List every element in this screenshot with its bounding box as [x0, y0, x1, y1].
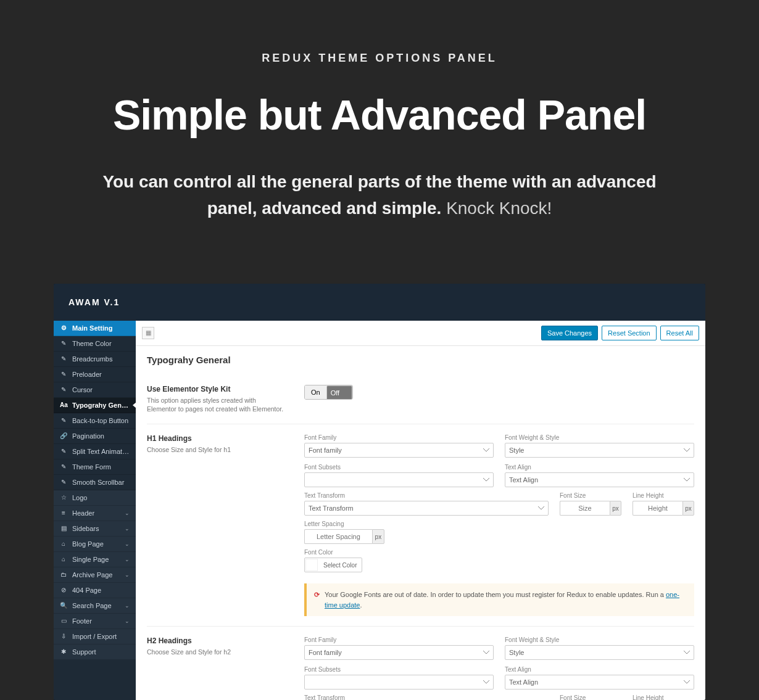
sidebar-item-icon: ▤	[60, 525, 67, 532]
sidebar-item-icon: ☆	[60, 494, 67, 501]
control-label: Font Color	[304, 549, 694, 556]
font-color-picker[interactable]: Select Color	[304, 558, 362, 572]
reset-all-button[interactable]: Reset All	[660, 326, 699, 340]
control-label: Line Height	[632, 492, 694, 499]
font-weight-select[interactable]: Style	[505, 645, 694, 660]
sidebar-item-cursor[interactable]: ✎Cursor	[54, 382, 136, 398]
sidebar-item-icon: ✎	[60, 417, 67, 424]
control-label: Text Transform	[304, 694, 549, 700]
sidebar-item-theme-color[interactable]: ✎Theme Color	[54, 336, 136, 352]
control-label: Letter Spacing	[304, 521, 694, 527]
control-label: Font Size	[560, 694, 621, 700]
chevron-down-icon: ⌄	[125, 572, 130, 578]
sidebar-item-breadcrumbs[interactable]: ✎Breadcrumbs	[54, 352, 136, 367]
sidebar-item-label: Import / Export	[72, 633, 130, 640]
field-label: H1 Headings	[147, 434, 286, 443]
field-desc: Choose Size and Style for h2	[147, 648, 286, 657]
sidebar-item-label: Single Page	[72, 556, 120, 563]
sidebar-item-label: Theme Form	[72, 463, 130, 471]
sidebar-item-search-page[interactable]: 🔍Search Page⌄	[54, 598, 136, 614]
control-label: Font Weight & Style	[505, 434, 694, 441]
sidebar-item-404-page[interactable]: ⊘404 Page	[54, 583, 136, 598]
letter-spacing-input[interactable]	[304, 529, 372, 544]
sidebar-item-icon: ✎	[60, 371, 67, 377]
sidebar-item-footer[interactable]: ▭Footer⌄	[54, 614, 136, 629]
sidebar-item-preloader[interactable]: ✎Preloader	[54, 367, 136, 382]
toggle-on[interactable]: On	[305, 385, 326, 399]
unit-label: px	[610, 501, 621, 516]
google-fonts-notice: ⟳Your Google Fonts are out of date. In o…	[304, 583, 694, 616]
font-subsets-select[interactable]	[304, 675, 494, 690]
control-label: Text Transform	[304, 492, 549, 499]
sidebar-item-label: Main Setting	[72, 324, 130, 332]
field-label: Use Elementor Style Kit	[147, 385, 286, 393]
line-height-input[interactable]	[632, 501, 682, 516]
field-label: H2 Headings	[147, 636, 286, 645]
notice-text: Your Google Fonts are out of date. In or…	[325, 591, 666, 598]
panel-title: AWAM V.1	[54, 284, 705, 321]
unit-label: px	[372, 529, 384, 544]
sidebar-item-main-setting[interactable]: ⚙Main Setting	[54, 321, 136, 336]
text-align-select[interactable]: Text Align	[505, 675, 694, 690]
font-subsets-select[interactable]	[304, 472, 494, 487]
sidebar-item-archive-page[interactable]: 🗀Archive Page⌄	[54, 567, 136, 583]
sidebar-item-label: Split Text Animation	[72, 448, 130, 455]
sidebar-item-icon: ✎	[60, 386, 67, 393]
sidebar-item-pagination[interactable]: 🔗Pagination	[54, 429, 136, 444]
sidebar-item-typograhy-general[interactable]: AaTypograhy General	[54, 398, 136, 413]
sidebar-item-label: Footer	[72, 617, 120, 625]
sidebar-item-label: Header	[72, 509, 120, 517]
font-family-select[interactable]: Font family	[304, 645, 494, 660]
chevron-down-icon: ⌄	[125, 541, 130, 547]
sidebar-item-blog-page[interactable]: ⌂Blog Page⌄	[54, 537, 136, 552]
warning-icon: ⟳	[314, 590, 320, 610]
sidebar-item-label: Typograhy General	[72, 401, 130, 409]
elementor-toggle[interactable]: On Off	[304, 385, 353, 400]
sidebar-item-theme-form[interactable]: ✎Theme Form	[54, 459, 136, 475]
field-h1-headings: H1 Headings Choose Size and Style for h1…	[147, 424, 694, 627]
sidebar-item-split-text-animation[interactable]: ✎Split Text Animation	[54, 444, 136, 459]
text-transform-select[interactable]: Text Transform	[304, 501, 549, 516]
sidebar-item-label: Breadcrumbs	[72, 355, 130, 363]
control-label: Font Size	[560, 492, 621, 499]
sidebar-item-logo[interactable]: ☆Logo	[54, 490, 136, 506]
sidebar-item-icon: ⚙	[60, 324, 67, 331]
sidebar-item-icon: ⌂	[60, 556, 67, 562]
save-button[interactable]: Save Changes	[541, 326, 598, 340]
sidebar-item-label: Sidebars	[72, 525, 120, 532]
sidebar-item-single-page[interactable]: ⌂Single Page⌄	[54, 552, 136, 567]
field-elementor-style-kit: Use Elementor Style Kit This option appl…	[147, 375, 694, 424]
control-label: Line Height	[632, 694, 694, 700]
color-label: Select Color	[318, 562, 362, 569]
font-weight-select[interactable]: Style	[505, 443, 694, 458]
sidebar-item-support[interactable]: ✱Support	[54, 644, 136, 660]
options-panel: AWAM V.1 ⚙Main Setting✎Theme Color✎Bread…	[54, 284, 705, 700]
field-desc: Choose Size and Style for h1	[147, 445, 286, 455]
sidebar-item-icon: ✎	[60, 463, 67, 470]
sidebar-item-header[interactable]: ≡Header⌄	[54, 506, 136, 521]
unit-label: px	[682, 501, 694, 516]
font-family-select[interactable]: Font family	[304, 443, 494, 458]
font-size-input[interactable]	[560, 501, 610, 516]
sidebar-item-smooth-scrollbar[interactable]: ✎Smooth Scrollbar	[54, 475, 136, 490]
sidebar-item-back-to-top-button[interactable]: ✎Back-to-top Button	[54, 413, 136, 429]
toggle-off[interactable]: Off	[326, 385, 352, 400]
control-label: Text Align	[505, 666, 694, 673]
sidebar-item-icon: ✎	[60, 340, 67, 347]
reset-section-button[interactable]: Reset Section	[602, 326, 656, 340]
sidebar-item-icon: 🗀	[60, 571, 67, 578]
sidebar-item-import-export[interactable]: ⇩Import / Export	[54, 629, 136, 644]
sidebar-item-label: Theme Color	[72, 340, 130, 347]
sidebar-item-label: Preloader	[72, 371, 130, 378]
text-align-select[interactable]: Text Align	[505, 472, 694, 487]
sidebar-item-icon: ✎	[60, 479, 67, 485]
hero-subtitle-light: Knock Knock!	[446, 199, 552, 218]
sidebar-item-label: Logo	[72, 494, 130, 501]
sidebar-item-sidebars[interactable]: ▤Sidebars⌄	[54, 521, 136, 537]
sidebar-item-label: Smooth Scrollbar	[72, 479, 130, 486]
sidebar-item-icon: ⌂	[60, 540, 67, 547]
expand-icon[interactable]: ▦	[142, 327, 154, 339]
control-label: Font Family	[304, 636, 494, 643]
hero-subtitle-bold: You can control all the general parts of…	[102, 172, 656, 218]
sidebar-item-icon: ≡	[60, 509, 67, 516]
